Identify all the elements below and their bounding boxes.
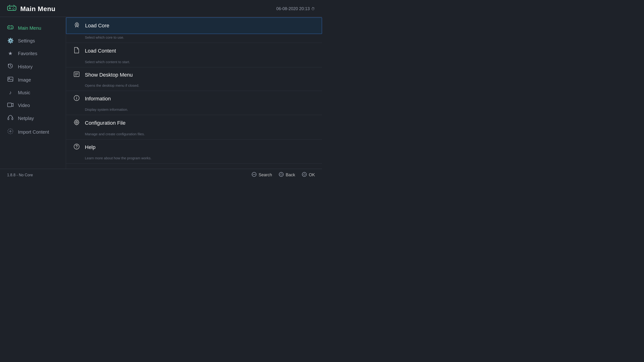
sidebar-label-favorites: Favorites	[18, 51, 37, 56]
sidebar-label-import-content: Import Content	[18, 130, 49, 135]
back-control-icon	[279, 172, 284, 178]
sidebar-item-import-content[interactable]: Import Content	[0, 125, 66, 139]
show-desktop-menu-label: Show Desktop Menu	[85, 72, 133, 78]
header: Main Menu 06-08-2020 20:13 ⏱	[0, 0, 322, 17]
information-label: Information	[85, 96, 111, 102]
ok-control-icon	[302, 172, 307, 178]
sidebar-item-music[interactable]: ♪ Music	[0, 86, 66, 99]
content-item-information[interactable]: Information Display system information.	[66, 91, 322, 115]
svg-point-6	[13, 10, 14, 10]
svg-point-38	[76, 148, 77, 148]
content-item-help[interactable]: Help Learn more about how the program wo…	[66, 140, 322, 163]
content-item-load-content[interactable]: Load Content Select which content to sta…	[66, 43, 322, 67]
sidebar-item-netplay[interactable]: Netplay	[0, 112, 66, 125]
header-logo-icon	[7, 4, 16, 14]
ok-control[interactable]: OK	[302, 172, 315, 178]
svg-point-47	[282, 174, 282, 175]
sidebar: Main Menu ⚙️ Settings ★ Favorites Histor…	[0, 17, 66, 169]
sidebar-item-main-menu[interactable]: Main Menu	[0, 22, 66, 34]
content-item-load-core[interactable]: Load Core Select which core to use.	[66, 18, 322, 43]
show-desktop-menu-row[interactable]: Show Desktop Menu	[66, 68, 322, 82]
ok-label: OK	[309, 172, 315, 178]
header-title: Main Menu	[20, 5, 56, 13]
rocket-icon	[73, 22, 80, 30]
config-gear-icon	[73, 119, 80, 127]
svg-point-27	[76, 24, 78, 25]
load-content-desc: Select which content to start.	[66, 59, 322, 67]
sidebar-item-video[interactable]: Video	[0, 99, 66, 112]
footer-controls: Search Back	[252, 172, 315, 178]
sidebar-item-history[interactable]: History	[0, 60, 66, 74]
star-icon: ★	[7, 50, 14, 56]
sidebar-label-image: Image	[18, 77, 31, 83]
divider-6	[66, 163, 322, 164]
load-core-label: Load Core	[85, 22, 110, 29]
history-icon	[7, 63, 14, 70]
back-control[interactable]: Back	[279, 172, 295, 178]
sidebar-label-main-menu: Main Menu	[18, 26, 41, 31]
version-text: 1.8.8 - No Core	[7, 173, 33, 177]
sidebar-item-settings[interactable]: ⚙️ Settings	[0, 34, 66, 47]
svg-point-48	[302, 172, 306, 176]
svg-point-41	[254, 174, 254, 175]
svg-point-13	[12, 28, 12, 28]
back-label: Back	[286, 172, 295, 178]
svg-point-51	[304, 175, 304, 176]
svg-point-50	[304, 173, 304, 174]
load-core-row[interactable]: Load Core	[66, 18, 322, 34]
content-item-configuration-file[interactable]: Configuration File Manage and create con…	[66, 115, 322, 139]
search-label: Search	[258, 172, 272, 178]
clock-icon: ⏱	[311, 7, 315, 11]
information-row[interactable]: Information	[66, 91, 322, 106]
load-content-label: Load Content	[85, 48, 116, 54]
headphones-icon	[7, 115, 14, 122]
svg-point-44	[280, 174, 280, 175]
show-desktop-menu-desc: Opens the desktop menu if closed.	[66, 82, 322, 91]
svg-point-4	[14, 8, 15, 9]
svg-point-15	[11, 28, 12, 28]
gamepad-icon	[7, 25, 14, 31]
file-icon	[73, 47, 80, 55]
svg-point-34	[76, 97, 77, 97]
svg-point-43	[279, 172, 283, 176]
video-icon	[7, 102, 14, 108]
header-left: Main Menu	[7, 4, 56, 14]
information-desc: Display system information.	[66, 106, 322, 115]
load-core-desc: Select which core to use.	[66, 34, 322, 43]
help-desc: Learn more about how the program works.	[66, 155, 322, 163]
svg-point-52	[305, 174, 306, 175]
image-icon	[7, 77, 14, 83]
gear-icon: ⚙️	[7, 38, 14, 44]
svg-point-49	[303, 174, 304, 175]
svg-point-46	[281, 175, 282, 176]
list-icon	[73, 72, 80, 78]
sidebar-label-music: Music	[18, 90, 30, 96]
sidebar-item-favorites[interactable]: ★ Favorites	[0, 47, 66, 60]
configuration-file-row[interactable]: Configuration File	[66, 115, 322, 131]
header-datetime: 06-08-2020 20:13 ⏱	[276, 6, 315, 11]
footer: 1.8.8 - No Core Search	[0, 169, 322, 181]
svg-rect-23	[12, 118, 13, 120]
content-item-show-desktop-menu[interactable]: Show Desktop Menu Opens the desktop menu…	[66, 68, 322, 91]
svg-point-12	[11, 27, 12, 27]
svg-rect-0	[8, 6, 16, 10]
search-control[interactable]: Search	[252, 172, 272, 178]
svg-rect-21	[8, 103, 12, 107]
sidebar-item-image[interactable]: Image	[0, 74, 66, 86]
svg-point-40	[253, 174, 254, 175]
import-content-icon	[7, 128, 14, 136]
datetime-text: 06-08-2020 20:13	[276, 6, 310, 11]
load-content-row[interactable]: Load Content	[66, 43, 322, 59]
sidebar-label-settings: Settings	[18, 38, 35, 44]
svg-point-5	[12, 8, 13, 9]
sidebar-label-netplay: Netplay	[18, 116, 34, 121]
svg-point-14	[10, 28, 11, 28]
info-circle-icon	[73, 95, 80, 102]
configuration-file-desc: Manage and create configuration files.	[66, 131, 322, 139]
main-layout: Main Menu ⚙️ Settings ★ Favorites Histor…	[0, 17, 322, 169]
svg-rect-22	[8, 118, 9, 120]
help-row[interactable]: Help	[66, 140, 322, 155]
svg-point-42	[254, 174, 255, 175]
search-control-icon	[252, 172, 257, 178]
help-label: Help	[85, 144, 96, 150]
